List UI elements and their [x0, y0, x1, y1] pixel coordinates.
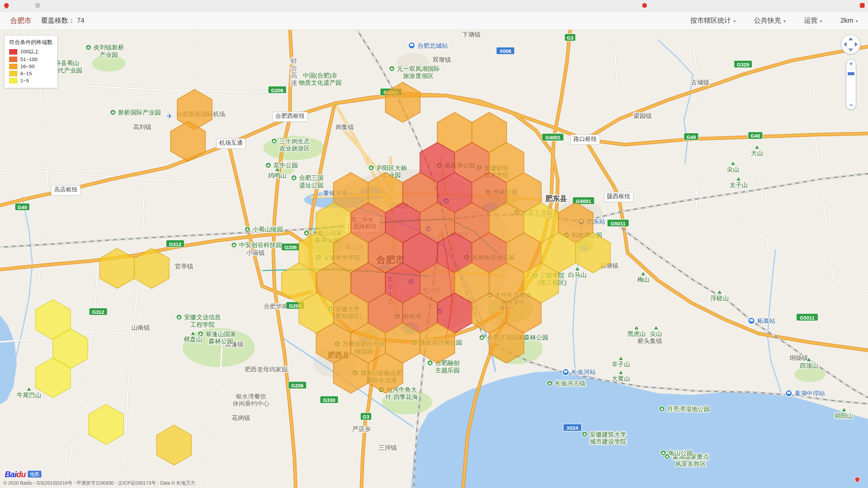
district-stats-dropdown[interactable]: 按市辖区统计▾ — [690, 16, 736, 25]
map-canvas[interactable]: 合肥市肥东县肥西县庐阳区瑶海区包河区蜀山区高刘镇岗集镇双墩镇下塘镇梁园镇古城镇石… — [0, 30, 868, 488]
coverage-count: 覆盖格数：74 — [41, 16, 84, 25]
zoom-out-button[interactable]: − — [846, 100, 856, 109]
legend-swatch-icon — [9, 71, 17, 76]
town-label: 双墩镇 — [433, 56, 451, 63]
legend-label: 16~50 — [20, 63, 35, 69]
mountain-label: 牛尾巴山 — [17, 392, 41, 399]
park-label: 紫蓬山国家森林公园 — [205, 331, 236, 345]
town-label: 三河镇 — [378, 444, 397, 451]
red-favicon-icon[interactable] — [642, 3, 647, 8]
mountain-label: 羊子山 — [612, 361, 630, 368]
train-icon — [410, 44, 413, 46]
park-label: 龟山公园 — [668, 450, 693, 456]
mountain-label: 大黄山 — [612, 375, 630, 382]
train-icon — [750, 319, 753, 322]
chevron-down-icon: ▾ — [820, 19, 822, 24]
town-label: 严店乡 — [352, 426, 371, 432]
mountain-label: 四顶山 — [800, 362, 818, 369]
mountain-label: 大山 — [751, 150, 763, 157]
legend-item: 6~15 — [9, 70, 53, 76]
dropdown-label: 2km — [841, 17, 853, 24]
town-label: 小庙镇 — [246, 249, 264, 256]
airport-icon: ✈ — [167, 113, 173, 120]
legend-swatch-icon — [9, 78, 17, 83]
pin-favicon-icon[interactable] — [3, 2, 10, 9]
junction-label: 陇西枢纽 — [607, 193, 630, 200]
public-fast-charge-dropdown[interactable]: 公共快充▾ — [754, 16, 786, 25]
zoom-slider-handle[interactable] — [848, 72, 854, 75]
pan-left-icon[interactable] — [844, 42, 847, 47]
app-favicon-icon[interactable] — [35, 3, 40, 8]
mountain-label: 梅山 — [637, 276, 649, 283]
grid-size-dropdown[interactable]: 2km▾ — [841, 17, 858, 24]
logo-bai: Bai — [5, 470, 16, 479]
legend-label: 6~15 — [20, 70, 32, 76]
dropdown-label: 公共快充 — [754, 17, 781, 24]
chevron-down-icon: ▾ — [733, 19, 736, 24]
train-icon — [564, 370, 567, 373]
logo-map-badge: 地图 — [28, 471, 41, 477]
toolbar-controls: 按市辖区统计▾ 公共快充▾ 运营▾ 2km▾ — [690, 16, 858, 25]
map-zoom-control[interactable]: + − — [846, 59, 856, 110]
mountain-label: 鸡鸣山 — [268, 172, 287, 179]
park-label: 长临河古镇 — [555, 380, 585, 387]
park-label: 合肥三国遗址公园 — [299, 175, 323, 188]
legend-label: 1~5 — [20, 78, 29, 83]
station-label: 长临河站 — [571, 369, 596, 375]
mountain-label: 朝阳山 — [834, 412, 853, 419]
logo-du: du — [16, 470, 25, 479]
park-label: 元一双凤湖国际旅游度假区 — [397, 65, 440, 79]
pan-up-icon[interactable] — [848, 37, 853, 40]
pan-down-icon[interactable] — [848, 48, 853, 52]
station-label: 柘皋站 — [757, 318, 775, 324]
junction-label: 机场互通 — [219, 139, 243, 146]
mountain-label: 浮槎山 — [710, 295, 729, 302]
chevron-down-icon: ▾ — [855, 19, 858, 24]
operation-dropdown[interactable]: 运营▾ — [804, 16, 822, 25]
road-name-label: 蚌合高速 — [291, 57, 297, 86]
town-label: 岗集镇 — [336, 124, 354, 130]
legend-label: 100以上 — [20, 48, 39, 55]
county-label: 肥东县 — [545, 195, 567, 203]
road-shield-label: G330 — [323, 398, 335, 403]
legend-swatch-icon — [9, 49, 17, 55]
road-shield-label: G40 — [751, 133, 760, 139]
mountain-label: 白马山 — [568, 271, 587, 278]
legend-swatch-icon — [9, 64, 17, 69]
road-shield-label: G312 — [92, 309, 104, 315]
map-container[interactable]: 合肥市肥东县肥西县庐阳区瑶海区包河区蜀山区高刘镇岗集镇双墩镇下塘镇梁园镇古城镇石… — [0, 30, 868, 488]
legend-swatch-icon — [9, 57, 17, 62]
road-shield-label: G40 — [686, 135, 696, 140]
map-pan-control[interactable] — [841, 35, 861, 54]
mountain-label: 黑虎山 — [627, 330, 646, 337]
town-label: 桥头集镇 — [637, 338, 662, 344]
toolbar: 合肥市 覆盖格数：74 按市辖区统计▾ 公共快充▾ 运营▾ 2km▾ — [0, 12, 868, 30]
road-shield-label: G40 — [18, 205, 27, 210]
junction-label: 高店枢纽 — [54, 186, 78, 193]
mountain-label: 太子山 — [729, 182, 748, 188]
legend-item: 51~100 — [9, 56, 53, 62]
pan-right-icon[interactable] — [855, 42, 858, 47]
road-shield-label: G206 — [271, 88, 283, 93]
road-shield-label: G329 — [737, 62, 749, 67]
zoom-in-button[interactable]: + — [846, 59, 856, 68]
map-attribution: © 2020 Baidu - GS(2019)5218号 - 甲测资字11009… — [3, 480, 195, 486]
town-label: 官亭镇 — [175, 263, 193, 270]
coverage-label: 覆盖格数： — [41, 17, 75, 24]
park-label: 安徽建筑大学城市建设学院 — [590, 431, 626, 445]
road-shield-label: G5011 — [800, 315, 815, 321]
road-shield-label: G4001 — [576, 199, 591, 204]
town-label: 下塘镇 — [462, 31, 480, 38]
junction-label: 合肥西枢纽 — [275, 113, 304, 119]
road-shield-label: X006 — [499, 48, 511, 54]
park-label: 中安创谷科技园 — [239, 242, 282, 248]
red-favicon-icon[interactable] — [860, 3, 865, 8]
park-label: 新桥国际产业园 — [118, 109, 161, 116]
city-name: 合肥市 — [10, 16, 32, 25]
legend-item: 1~5 — [9, 78, 53, 83]
legend-label: 51~100 — [20, 56, 37, 62]
legend-item: 16~50 — [9, 63, 53, 69]
junction-label: 路口枢纽 — [573, 136, 597, 142]
legend-title: 符合条件的终端数 — [9, 39, 53, 46]
legend-items: 100以上51~10016~506~151~5 — [9, 48, 53, 83]
